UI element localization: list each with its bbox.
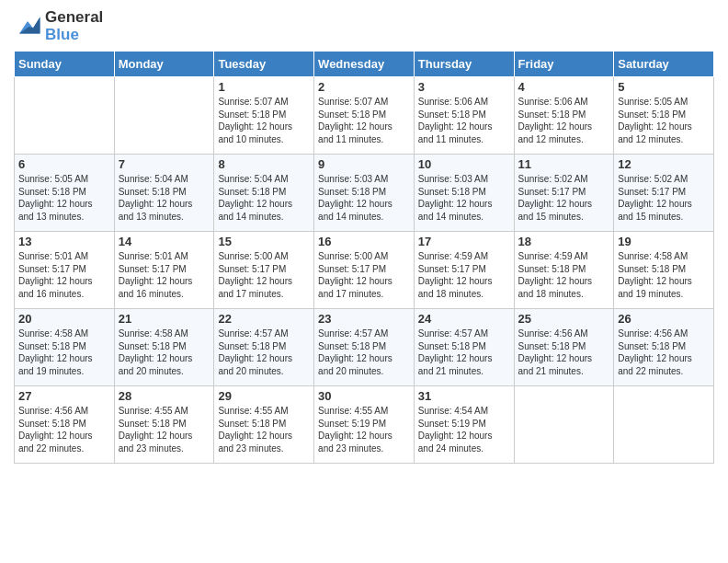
day-info: Sunrise: 5:04 AM Sunset: 5:18 PM Dayligh… bbox=[218, 173, 310, 223]
day-cell: 1Sunrise: 5:07 AM Sunset: 5:18 PM Daylig… bbox=[214, 77, 314, 155]
day-info: Sunrise: 4:57 AM Sunset: 5:18 PM Dayligh… bbox=[318, 327, 410, 377]
day-number: 21 bbox=[119, 312, 210, 326]
day-number: 5 bbox=[618, 80, 710, 94]
day-info: Sunrise: 5:06 AM Sunset: 5:18 PM Dayligh… bbox=[418, 96, 510, 145]
calendar-table: SundayMondayTuesdayWednesdayThursdayFrid… bbox=[14, 51, 714, 464]
day-cell: 8Sunrise: 5:04 AM Sunset: 5:18 PM Daylig… bbox=[214, 155, 314, 232]
day-cell: 29Sunrise: 4:55 AM Sunset: 5:18 PM Dayli… bbox=[214, 386, 314, 464]
day-cell: 19Sunrise: 4:58 AM Sunset: 5:18 PM Dayli… bbox=[614, 232, 714, 309]
day-number: 14 bbox=[119, 235, 210, 248]
day-info: Sunrise: 5:02 AM Sunset: 5:17 PM Dayligh… bbox=[518, 173, 610, 223]
week-row-1: 1Sunrise: 5:07 AM Sunset: 5:18 PM Daylig… bbox=[15, 77, 714, 155]
day-number: 4 bbox=[518, 80, 610, 94]
week-row-3: 13Sunrise: 5:01 AM Sunset: 5:17 PM Dayli… bbox=[15, 232, 714, 309]
day-info: Sunrise: 4:55 AM Sunset: 5:18 PM Dayligh… bbox=[119, 405, 210, 454]
day-number: 25 bbox=[518, 312, 610, 326]
day-cell bbox=[114, 77, 214, 155]
day-info: Sunrise: 4:56 AM Sunset: 5:18 PM Dayligh… bbox=[18, 405, 110, 454]
day-cell: 20Sunrise: 4:58 AM Sunset: 5:18 PM Dayli… bbox=[15, 309, 115, 386]
day-number: 30 bbox=[318, 389, 410, 403]
day-number: 22 bbox=[218, 312, 310, 326]
week-row-2: 6Sunrise: 5:05 AM Sunset: 5:18 PM Daylig… bbox=[15, 155, 714, 232]
day-cell: 16Sunrise: 5:00 AM Sunset: 5:17 PM Dayli… bbox=[314, 232, 415, 309]
day-info: Sunrise: 4:58 AM Sunset: 5:18 PM Dayligh… bbox=[618, 250, 710, 300]
day-number: 31 bbox=[418, 389, 510, 403]
day-number: 24 bbox=[418, 312, 510, 326]
column-header-tuesday: Tuesday bbox=[214, 52, 314, 77]
day-cell: 13Sunrise: 5:01 AM Sunset: 5:17 PM Dayli… bbox=[15, 232, 115, 309]
day-number: 7 bbox=[119, 157, 210, 171]
day-number: 29 bbox=[218, 389, 310, 403]
day-cell: 28Sunrise: 4:55 AM Sunset: 5:18 PM Dayli… bbox=[114, 386, 214, 464]
day-info: Sunrise: 4:54 AM Sunset: 5:19 PM Dayligh… bbox=[418, 405, 510, 454]
day-number: 13 bbox=[18, 235, 110, 248]
day-cell: 22Sunrise: 4:57 AM Sunset: 5:18 PM Dayli… bbox=[214, 309, 314, 386]
day-cell: 18Sunrise: 4:59 AM Sunset: 5:18 PM Dayli… bbox=[514, 232, 614, 309]
day-info: Sunrise: 5:06 AM Sunset: 5:18 PM Dayligh… bbox=[518, 96, 610, 145]
day-cell: 23Sunrise: 4:57 AM Sunset: 5:18 PM Dayli… bbox=[314, 309, 415, 386]
day-cell bbox=[15, 77, 115, 155]
day-number: 10 bbox=[418, 157, 510, 171]
day-info: Sunrise: 5:03 AM Sunset: 5:18 PM Dayligh… bbox=[318, 173, 410, 223]
day-info: Sunrise: 4:57 AM Sunset: 5:18 PM Dayligh… bbox=[218, 327, 310, 377]
day-number: 28 bbox=[119, 389, 210, 403]
day-cell bbox=[514, 386, 614, 464]
day-cell: 9Sunrise: 5:03 AM Sunset: 5:18 PM Daylig… bbox=[314, 155, 415, 232]
column-header-friday: Friday bbox=[514, 52, 614, 77]
week-row-4: 20Sunrise: 4:58 AM Sunset: 5:18 PM Dayli… bbox=[15, 309, 714, 386]
day-info: Sunrise: 5:01 AM Sunset: 5:17 PM Dayligh… bbox=[18, 250, 110, 300]
day-number: 19 bbox=[618, 235, 710, 248]
day-info: Sunrise: 5:02 AM Sunset: 5:17 PM Dayligh… bbox=[618, 173, 710, 223]
column-header-sunday: Sunday bbox=[15, 52, 115, 77]
day-cell: 2Sunrise: 5:07 AM Sunset: 5:18 PM Daylig… bbox=[314, 77, 415, 155]
day-number: 8 bbox=[218, 157, 310, 171]
day-cell: 5Sunrise: 5:05 AM Sunset: 5:18 PM Daylig… bbox=[614, 77, 714, 155]
day-cell: 6Sunrise: 5:05 AM Sunset: 5:18 PM Daylig… bbox=[15, 155, 115, 232]
day-info: Sunrise: 5:01 AM Sunset: 5:17 PM Dayligh… bbox=[119, 250, 210, 300]
day-number: 1 bbox=[218, 80, 310, 94]
day-number: 2 bbox=[318, 80, 410, 94]
day-info: Sunrise: 4:56 AM Sunset: 5:18 PM Dayligh… bbox=[618, 327, 710, 377]
day-info: Sunrise: 5:07 AM Sunset: 5:18 PM Dayligh… bbox=[318, 96, 410, 145]
day-info: Sunrise: 5:03 AM Sunset: 5:18 PM Dayligh… bbox=[418, 173, 510, 223]
column-header-saturday: Saturday bbox=[614, 52, 714, 77]
day-number: 15 bbox=[218, 235, 310, 248]
header-row: SundayMondayTuesdayWednesdayThursdayFrid… bbox=[15, 52, 714, 77]
day-info: Sunrise: 5:00 AM Sunset: 5:17 PM Dayligh… bbox=[318, 250, 410, 300]
day-cell: 27Sunrise: 4:56 AM Sunset: 5:18 PM Dayli… bbox=[15, 386, 115, 464]
day-cell: 12Sunrise: 5:02 AM Sunset: 5:17 PM Dayli… bbox=[614, 155, 714, 232]
header: General Blue bbox=[14, 9, 714, 43]
day-number: 16 bbox=[318, 235, 410, 248]
day-info: Sunrise: 4:58 AM Sunset: 5:18 PM Dayligh… bbox=[119, 327, 210, 377]
day-number: 18 bbox=[518, 235, 610, 248]
day-cell: 7Sunrise: 5:04 AM Sunset: 5:18 PM Daylig… bbox=[114, 155, 214, 232]
day-number: 27 bbox=[18, 389, 110, 403]
day-cell: 4Sunrise: 5:06 AM Sunset: 5:18 PM Daylig… bbox=[514, 77, 614, 155]
day-cell: 30Sunrise: 4:55 AM Sunset: 5:19 PM Dayli… bbox=[314, 386, 415, 464]
day-info: Sunrise: 4:59 AM Sunset: 5:18 PM Dayligh… bbox=[518, 250, 610, 300]
week-row-5: 27Sunrise: 4:56 AM Sunset: 5:18 PM Dayli… bbox=[15, 386, 714, 464]
column-header-wednesday: Wednesday bbox=[314, 52, 415, 77]
day-info: Sunrise: 4:56 AM Sunset: 5:18 PM Dayligh… bbox=[518, 327, 610, 377]
day-info: Sunrise: 4:58 AM Sunset: 5:18 PM Dayligh… bbox=[18, 327, 110, 377]
day-info: Sunrise: 5:05 AM Sunset: 5:18 PM Dayligh… bbox=[18, 173, 110, 223]
day-number: 3 bbox=[418, 80, 510, 94]
day-info: Sunrise: 5:04 AM Sunset: 5:18 PM Dayligh… bbox=[119, 173, 210, 223]
day-number: 12 bbox=[618, 157, 710, 171]
day-cell: 31Sunrise: 4:54 AM Sunset: 5:19 PM Dayli… bbox=[414, 386, 514, 464]
day-cell: 15Sunrise: 5:00 AM Sunset: 5:17 PM Dayli… bbox=[214, 232, 314, 309]
day-cell: 21Sunrise: 4:58 AM Sunset: 5:18 PM Dayli… bbox=[114, 309, 214, 386]
logo-text: General Blue bbox=[45, 9, 103, 43]
day-cell: 25Sunrise: 4:56 AM Sunset: 5:18 PM Dayli… bbox=[514, 309, 614, 386]
page: General Blue SundayMondayTuesdayWednesda… bbox=[0, 0, 728, 563]
day-cell: 3Sunrise: 5:06 AM Sunset: 5:18 PM Daylig… bbox=[414, 77, 514, 155]
day-info: Sunrise: 4:59 AM Sunset: 5:17 PM Dayligh… bbox=[418, 250, 510, 300]
day-cell: 24Sunrise: 4:57 AM Sunset: 5:18 PM Dayli… bbox=[414, 309, 514, 386]
day-info: Sunrise: 4:55 AM Sunset: 5:19 PM Dayligh… bbox=[318, 405, 410, 454]
day-number: 9 bbox=[318, 157, 410, 171]
logo: General Blue bbox=[14, 9, 103, 43]
day-info: Sunrise: 5:05 AM Sunset: 5:18 PM Dayligh… bbox=[618, 96, 710, 145]
logo-icon bbox=[14, 14, 41, 40]
day-cell: 11Sunrise: 5:02 AM Sunset: 5:17 PM Dayli… bbox=[514, 155, 614, 232]
day-number: 20 bbox=[18, 312, 110, 326]
